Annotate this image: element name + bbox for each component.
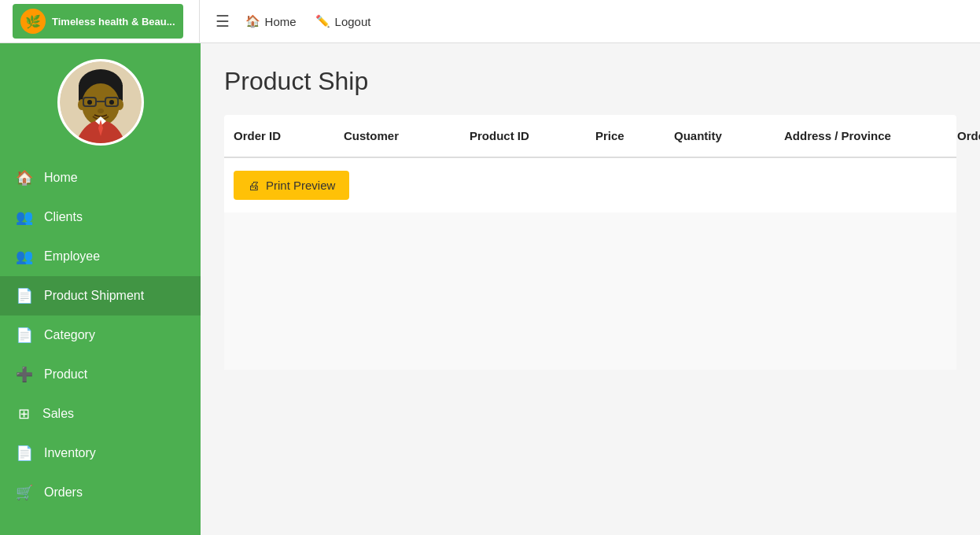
sidebar-item-clients-label: Clients [44, 210, 83, 224]
sidebar-item-orders-label: Orders [44, 485, 83, 500]
col-product-id: Product ID [460, 124, 586, 147]
print-btn-row: 🖨 Print Preview [224, 158, 956, 212]
table-container: Order ID Customer Product ID Price Quant… [224, 115, 956, 370]
nav-home-link[interactable]: 🏠 Home [245, 14, 297, 28]
svg-point-10 [109, 100, 114, 105]
col-address-province: Address / Province [775, 124, 948, 147]
sidebar-item-sales-label: Sales [42, 407, 74, 421]
nav-logout-link[interactable]: ✏️ Logout [315, 14, 371, 28]
svg-point-11 [98, 109, 104, 113]
navbar: 🌿 Timeless health & Beau... ☰ 🏠 Home ✏️ … [0, 0, 980, 43]
table-header: Order ID Customer Product ID Price Quant… [224, 115, 956, 158]
home-nav-icon: 🏠 [245, 14, 260, 28]
navbar-menu: 🏠 Home ✏️ Logout [245, 14, 371, 28]
brand-logo-icon: 🌿 [20, 9, 46, 34]
home-icon: 🏠 [16, 169, 33, 186]
col-order-date: Order Date [948, 124, 980, 147]
navbar-divider [199, 0, 200, 43]
svg-point-4 [78, 99, 86, 110]
sales-icon: ⊞ [16, 405, 31, 422]
brand: 🌿 Timeless health & Beau... [13, 4, 183, 39]
sidebar-item-product-shipment[interactable]: 📄 Product Shipment [0, 276, 201, 315]
brand-name: Timeless health & Beau... [52, 16, 175, 28]
sidebar-item-clients[interactable]: 👥 Clients [0, 197, 201, 237]
avatar [57, 59, 144, 146]
sidebar-item-inventory[interactable]: 📄 Inventory [0, 434, 201, 473]
logout-nav-icon: ✏️ [315, 14, 330, 28]
col-price: Price [586, 124, 665, 147]
sidebar-item-category[interactable]: 📄 Category [0, 315, 201, 355]
table-body [224, 212, 956, 370]
svg-point-9 [87, 100, 92, 105]
sidebar-item-employee[interactable]: 👥 Employee [0, 237, 201, 276]
employee-icon: 👥 [16, 248, 33, 265]
avatar-image [60, 61, 142, 143]
sidebar-item-inventory-label: Inventory [44, 446, 96, 460]
sidebar: 🏠 Home 👥 Clients 👥 Employee 📄 Product Sh… [0, 43, 201, 535]
sidebar-item-home-label: Home [44, 171, 78, 185]
page-title: Product Ship [224, 67, 956, 96]
sidebar-item-product[interactable]: ➕ Product [0, 355, 201, 394]
sidebar-item-product-shipment-label: Product Shipment [44, 289, 144, 303]
category-icon: 📄 [16, 327, 33, 344]
sidebar-profile [0, 43, 201, 158]
col-quantity: Quantity [665, 124, 775, 147]
product-shipment-icon: 📄 [16, 287, 33, 304]
svg-point-5 [116, 99, 123, 110]
sidebar-item-home[interactable]: 🏠 Home [0, 158, 201, 197]
clients-icon: 👥 [16, 208, 33, 226]
sidebar-item-sales[interactable]: ⊞ Sales [0, 394, 201, 434]
sidebar-navigation: 🏠 Home 👥 Clients 👥 Employee 📄 Product Sh… [0, 158, 201, 512]
sidebar-item-orders[interactable]: 🛒 Orders [0, 473, 201, 512]
orders-icon: 🛒 [16, 484, 33, 501]
col-customer: Customer [334, 124, 460, 147]
inventory-icon: 📄 [16, 445, 33, 462]
main-layout: 🏠 Home 👥 Clients 👥 Employee 📄 Product Sh… [0, 43, 980, 535]
sidebar-item-product-label: Product [44, 367, 87, 382]
product-icon: ➕ [16, 366, 33, 383]
col-order-id: Order ID [224, 124, 334, 147]
printer-icon: 🖨 [248, 179, 260, 192]
print-preview-label: Print Preview [266, 179, 335, 192]
logout-nav-label: Logout [335, 15, 371, 28]
sidebar-item-employee-label: Employee [44, 249, 100, 264]
hamburger-icon[interactable]: ☰ [216, 12, 230, 31]
home-nav-label: Home [265, 15, 297, 28]
sidebar-item-category-label: Category [44, 328, 95, 342]
content-area: Product Ship Order ID Customer Product I… [201, 43, 980, 535]
print-preview-button[interactable]: 🖨 Print Preview [234, 171, 349, 200]
